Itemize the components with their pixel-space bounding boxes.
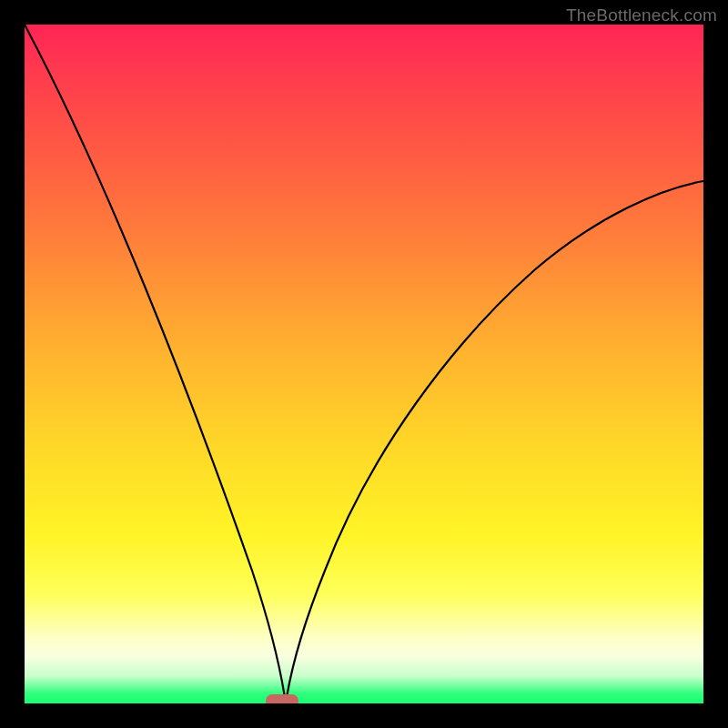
minimum-marker (266, 694, 298, 703)
watermark-text: TheBottleneck.com (566, 5, 717, 25)
curve-left-branch (25, 25, 286, 703)
curve-right-branch (286, 181, 703, 703)
bottleneck-curve (25, 25, 703, 703)
chart-area (25, 25, 703, 703)
